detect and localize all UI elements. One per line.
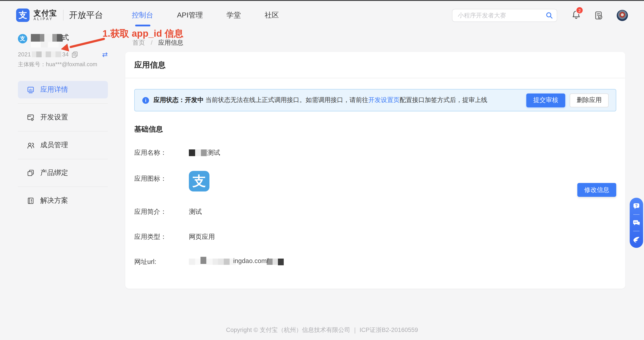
menu-divider [18,187,108,187]
url-value-redacted: ingdao.com/ [189,258,284,266]
edit-info-button[interactable]: 修改信息 [577,183,616,197]
app-info-card: 应用信息 i 应用状态：开发中 当前状态无法在线上正式调用接口。如需调用接口，请… [125,52,625,289]
field-row-app-icon: 应用图标： 支 [134,171,616,191]
feedback-chat-icon[interactable] [632,219,640,226]
help-icon[interactable]: ? [633,202,640,210]
brand-divider [63,10,63,20]
brand-name-cn: 支付宝 [34,9,57,17]
sidebar-item-label: 开发设置 [40,113,68,122]
alipay-logo-glyph: 支 [18,9,27,21]
svg-text:?: ? [635,203,638,208]
status-alert: i 应用状态：开发中 当前状态无法在线上正式调用接口。如需调用接口，请前往开发设… [134,89,616,111]
app-name-value-redacted: 测试 [189,149,220,157]
url-visible-text: ingdao.com/ [233,257,268,265]
nav-tab-school[interactable]: 学堂 [227,10,241,20]
search-input[interactable] [452,9,557,22]
alert-text-before: 当前状态无法在线上正式调用接口。如需调用接口，请前往 [204,96,368,103]
top-bar: 支 支付宝 ALIPAY 开放平台 控制台 API管理 学堂 社区 [0,1,644,29]
field-label: 应用类型： [134,233,189,241]
menu-divider [18,131,108,131]
notification-badge: 2 [576,7,583,13]
search-icon[interactable] [546,11,553,21]
field-label: 网址url: [134,258,189,266]
sidebar-item-product-binding[interactable]: 产品绑定 [18,164,108,182]
sidebar-item-label: 解决方案 [40,196,68,205]
dingtalk-icon[interactable] [633,236,640,243]
brand-name-en: ALIPAY [34,18,57,21]
platform-title: 开放平台 [69,9,103,21]
user-avatar[interactable] [617,10,628,21]
sidebar-item-solutions[interactable]: 解决方案 [18,192,108,209]
footer-copyright: Copyright © 支付宝（杭州）信息技术有限公司 ｜ ICP证浙B2-20… [0,326,644,334]
search-box [452,9,557,22]
solutions-icon [27,197,34,204]
sidebar-item-app-details[interactable]: 应用详情 [18,81,108,98]
menu-divider [18,103,108,104]
sidebar-item-label: 应用详情 [40,85,68,94]
sidebar-item-label: 成员管理 [40,140,68,150]
owner-account: 主体账号：hua***@foxmail.com [18,61,108,68]
members-icon [27,141,34,149]
sidebar-menu: 应用详情 开发设置 [18,81,108,209]
menu-divider [18,159,108,159]
alipay-logo-icon: 支 [16,8,30,22]
app-avatar-glyph: 支 [20,35,25,42]
owner-label: 主体账号： [18,61,46,67]
sidebar-item-label: 产品绑定 [40,168,68,178]
app-avatar-icon: 支 [18,34,27,43]
breadcrumb: 首页 / 应用信息 [132,39,183,47]
app-icon-glyph: 支 [192,177,206,185]
breadcrumb-current: 应用信息 [158,39,183,46]
product-binding-icon [27,169,34,177]
app-status-bold: 应用状态：开发中 [154,96,204,103]
field-row-app-type: 应用类型： 网页应用 [134,233,616,241]
dev-settings-link[interactable]: 开发设置页 [368,96,400,103]
field-label: 应用简介： [134,208,189,216]
floating-help-toolbar: ? [630,198,643,248]
app-icon-image: 支 [189,171,210,191]
app-type-value: 网页应用 [189,233,215,241]
approval-doc-button[interactable] [594,10,603,20]
sidebar-item-members[interactable]: 成员管理 [18,136,108,154]
nav-tab-api[interactable]: API管理 [177,10,203,20]
card-body: i 应用状态：开发中 当前状态无法在线上正式调用接口。如需调用接口，请前往开发设… [125,89,625,266]
field-row-app-name: 应用名称： 测试 [134,149,616,157]
brand-wordmark: 支付宝 ALIPAY [34,9,57,21]
breadcrumb-home[interactable]: 首页 [132,39,145,46]
sidebar: 支 式 [18,33,108,209]
app-desc-value: 测试 [189,208,202,216]
field-label: 应用名称： [134,149,189,157]
topbar-right: 2 [452,9,628,22]
pill-divider [633,214,640,215]
alert-buttons: 提交审核 删除应用 [526,93,609,107]
field-row-app-desc: 应用简介： 测试 [134,208,616,216]
submit-review-button[interactable]: 提交审核 [526,93,565,107]
pill-divider [633,231,640,231]
nav-tab-console[interactable]: 控制台 [132,10,153,20]
info-icon: i [142,97,149,104]
notifications-bell[interactable]: 2 [572,10,581,20]
field-row-url: 网址url: ingdao.com/ [134,258,616,266]
annotation-arrow [60,37,106,53]
field-label: 应用图标： [134,171,189,191]
alert-text-after: 配置接口加签方式后，提审上线 [400,96,487,103]
approval-doc-icon [594,10,603,20]
breadcrumb-separator: / [151,39,152,46]
basic-info-title: 基础信息 [134,125,616,133]
alipay-brand-logo[interactable]: 支 支付宝 ALIPAY 开放平台 [16,8,103,22]
delete-app-button[interactable]: 删除应用 [570,93,609,107]
app-details-icon [27,86,34,93]
app-name-visible-text: 测试 [207,149,220,157]
alert-text: 应用状态：开发中 当前状态无法在线上正式调用接口。如需调用接口，请前往开发设置页… [154,96,487,104]
app-id-prefix: 2021 [18,51,31,58]
sidebar-item-dev-settings[interactable]: 开发设置 [18,109,108,126]
page: 支 支付宝 ALIPAY 开放平台 控制台 API管理 学堂 社区 [0,0,644,340]
dev-settings-icon [27,114,34,121]
card-title: 应用信息 [125,52,625,78]
nav-tab-community[interactable]: 社区 [265,10,279,20]
main-nav: 控制台 API管理 学堂 社区 [132,10,279,20]
owner-value: hua***@foxmail.com [46,61,97,67]
annotation-text: 1.获取 app_id 信息 [102,27,184,40]
app-id-redaction [32,51,61,57]
